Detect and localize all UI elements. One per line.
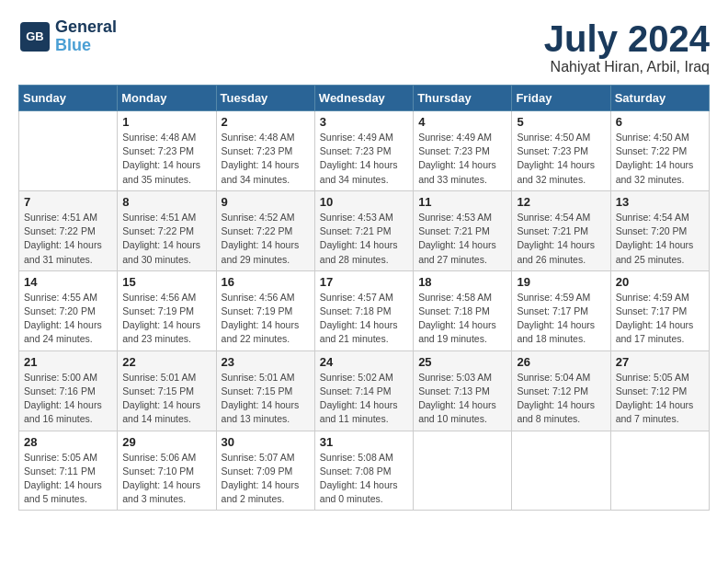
calendar-cell: 14Sunrise: 4:55 AMSunset: 7:20 PMDayligh… — [19, 270, 118, 350]
day-number: 8 — [122, 195, 210, 209]
day-number: 18 — [418, 275, 506, 289]
calendar-cell: 16Sunrise: 4:56 AMSunset: 7:19 PMDayligh… — [216, 270, 314, 350]
day-number: 10 — [320, 195, 408, 209]
day-info: Sunrise: 4:49 AMSunset: 7:23 PMDaylight:… — [418, 131, 506, 187]
day-number: 26 — [517, 355, 605, 369]
calendar-cell: 31Sunrise: 5:08 AMSunset: 7:08 PMDayligh… — [314, 431, 413, 511]
day-info: Sunrise: 4:48 AMSunset: 7:23 PMDaylight:… — [222, 131, 310, 187]
calendar-cell: 30Sunrise: 5:07 AMSunset: 7:09 PMDayligh… — [216, 431, 314, 511]
day-info: Sunrise: 4:56 AMSunset: 7:19 PMDaylight:… — [222, 291, 310, 347]
day-number: 30 — [222, 435, 310, 449]
logo-line2: Blue — [55, 37, 117, 55]
calendar-cell — [414, 431, 512, 511]
day-number: 25 — [418, 355, 506, 369]
day-number: 22 — [122, 355, 210, 369]
calendar-cell: 20Sunrise: 4:59 AMSunset: 7:17 PMDayligh… — [610, 270, 709, 350]
day-info: Sunrise: 4:51 AMSunset: 7:22 PMDaylight:… — [122, 211, 210, 267]
logo: GB General Blue — [18, 18, 117, 55]
day-number: 9 — [222, 195, 310, 209]
day-info: Sunrise: 4:48 AMSunset: 7:23 PMDaylight:… — [122, 131, 210, 187]
calendar-cell: 19Sunrise: 4:59 AMSunset: 7:17 PMDayligh… — [512, 270, 610, 350]
day-info: Sunrise: 4:53 AMSunset: 7:21 PMDaylight:… — [320, 211, 408, 267]
day-info: Sunrise: 4:54 AMSunset: 7:20 PMDaylight:… — [616, 211, 704, 267]
day-info: Sunrise: 4:49 AMSunset: 7:23 PMDaylight:… — [320, 131, 408, 187]
calendar-cell: 13Sunrise: 4:54 AMSunset: 7:20 PMDayligh… — [610, 190, 709, 270]
calendar-week-row: 1Sunrise: 4:48 AMSunset: 7:23 PMDaylight… — [19, 111, 710, 191]
day-info: Sunrise: 4:51 AMSunset: 7:22 PMDaylight:… — [24, 211, 112, 267]
location: Nahiyat Hiran, Arbil, Iraq — [544, 59, 710, 75]
calendar-week-row: 7Sunrise: 4:51 AMSunset: 7:22 PMDaylight… — [19, 190, 710, 270]
calendar-cell: 8Sunrise: 4:51 AMSunset: 7:22 PMDaylight… — [118, 190, 216, 270]
day-number: 24 — [320, 355, 408, 369]
calendar-cell: 23Sunrise: 5:01 AMSunset: 7:15 PMDayligh… — [216, 350, 314, 431]
calendar-cell: 28Sunrise: 5:05 AMSunset: 7:11 PMDayligh… — [19, 431, 118, 511]
calendar-cell: 22Sunrise: 5:01 AMSunset: 7:15 PMDayligh… — [118, 350, 216, 431]
day-info: Sunrise: 4:50 AMSunset: 7:22 PMDaylight:… — [616, 131, 704, 187]
day-info: Sunrise: 5:02 AMSunset: 7:14 PMDaylight:… — [320, 371, 408, 427]
calendar-week-row: 21Sunrise: 5:00 AMSunset: 7:16 PMDayligh… — [19, 350, 710, 431]
calendar-cell: 2Sunrise: 4:48 AMSunset: 7:23 PMDaylight… — [216, 111, 314, 191]
day-info: Sunrise: 5:08 AMSunset: 7:08 PMDaylight:… — [320, 451, 408, 507]
day-header-saturday: Saturday — [610, 86, 709, 111]
day-number: 7 — [24, 195, 112, 209]
day-info: Sunrise: 4:54 AMSunset: 7:21 PMDaylight:… — [517, 211, 605, 267]
day-number: 19 — [517, 275, 605, 289]
day-header-wednesday: Wednesday — [314, 86, 413, 111]
day-number: 29 — [122, 435, 210, 449]
calendar-cell: 12Sunrise: 4:54 AMSunset: 7:21 PMDayligh… — [512, 190, 610, 270]
calendar-cell: 9Sunrise: 4:52 AMSunset: 7:22 PMDaylight… — [216, 190, 314, 270]
calendar-table: SundayMondayTuesdayWednesdayThursdayFrid… — [18, 85, 710, 511]
calendar-cell: 15Sunrise: 4:56 AMSunset: 7:19 PMDayligh… — [118, 270, 216, 350]
calendar-week-row: 14Sunrise: 4:55 AMSunset: 7:20 PMDayligh… — [19, 270, 710, 350]
calendar-cell: 10Sunrise: 4:53 AMSunset: 7:21 PMDayligh… — [314, 190, 413, 270]
day-info: Sunrise: 5:06 AMSunset: 7:10 PMDaylight:… — [122, 451, 210, 507]
calendar-cell: 25Sunrise: 5:03 AMSunset: 7:13 PMDayligh… — [414, 350, 512, 431]
calendar-cell: 5Sunrise: 4:50 AMSunset: 7:23 PMDaylight… — [512, 111, 610, 191]
day-header-monday: Monday — [118, 86, 216, 111]
day-info: Sunrise: 4:56 AMSunset: 7:19 PMDaylight:… — [122, 291, 210, 347]
day-info: Sunrise: 5:01 AMSunset: 7:15 PMDaylight:… — [222, 371, 310, 427]
day-number: 14 — [24, 275, 112, 289]
day-info: Sunrise: 4:58 AMSunset: 7:18 PMDaylight:… — [418, 291, 506, 347]
calendar-cell: 27Sunrise: 5:05 AMSunset: 7:12 PMDayligh… — [610, 350, 709, 431]
calendar-cell — [610, 431, 709, 511]
title-block: July 2024 Nahiyat Hiran, Arbil, Iraq — [544, 18, 710, 75]
day-header-tuesday: Tuesday — [216, 86, 314, 111]
calendar-cell: 7Sunrise: 4:51 AMSunset: 7:22 PMDaylight… — [19, 190, 118, 270]
day-info: Sunrise: 4:55 AMSunset: 7:20 PMDaylight:… — [24, 291, 112, 347]
day-number: 27 — [616, 355, 704, 369]
calendar-cell: 11Sunrise: 4:53 AMSunset: 7:21 PMDayligh… — [414, 190, 512, 270]
day-number: 12 — [517, 195, 605, 209]
calendar-cell: 3Sunrise: 4:49 AMSunset: 7:23 PMDaylight… — [314, 111, 413, 191]
day-number: 13 — [616, 195, 704, 209]
day-header-sunday: Sunday — [19, 86, 118, 111]
day-number: 21 — [24, 355, 112, 369]
day-info: Sunrise: 5:05 AMSunset: 7:12 PMDaylight:… — [616, 371, 704, 427]
day-number: 4 — [418, 115, 506, 129]
page-header: GB General Blue July 2024 Nahiyat Hiran,… — [18, 18, 710, 75]
day-info: Sunrise: 4:50 AMSunset: 7:23 PMDaylight:… — [517, 131, 605, 187]
day-number: 15 — [122, 275, 210, 289]
day-number: 16 — [222, 275, 310, 289]
day-number: 31 — [320, 435, 408, 449]
day-info: Sunrise: 4:57 AMSunset: 7:18 PMDaylight:… — [320, 291, 408, 347]
calendar-cell: 17Sunrise: 4:57 AMSunset: 7:18 PMDayligh… — [314, 270, 413, 350]
day-number: 28 — [24, 435, 112, 449]
day-header-friday: Friday — [512, 86, 610, 111]
day-info: Sunrise: 4:53 AMSunset: 7:21 PMDaylight:… — [418, 211, 506, 267]
day-number: 6 — [616, 115, 704, 129]
day-number: 11 — [418, 195, 506, 209]
logo-line1: General — [55, 18, 117, 37]
calendar-cell: 18Sunrise: 4:58 AMSunset: 7:18 PMDayligh… — [414, 270, 512, 350]
day-info: Sunrise: 4:52 AMSunset: 7:22 PMDaylight:… — [222, 211, 310, 267]
day-info: Sunrise: 4:59 AMSunset: 7:17 PMDaylight:… — [517, 291, 605, 347]
calendar-cell: 26Sunrise: 5:04 AMSunset: 7:12 PMDayligh… — [512, 350, 610, 431]
day-info: Sunrise: 5:05 AMSunset: 7:11 PMDaylight:… — [24, 451, 112, 507]
calendar-cell: 4Sunrise: 4:49 AMSunset: 7:23 PMDaylight… — [414, 111, 512, 191]
day-number: 3 — [320, 115, 408, 129]
day-info: Sunrise: 5:03 AMSunset: 7:13 PMDaylight:… — [418, 371, 506, 427]
calendar-cell: 21Sunrise: 5:00 AMSunset: 7:16 PMDayligh… — [19, 350, 118, 431]
day-info: Sunrise: 5:07 AMSunset: 7:09 PMDaylight:… — [222, 451, 310, 507]
calendar-cell: 29Sunrise: 5:06 AMSunset: 7:10 PMDayligh… — [118, 431, 216, 511]
calendar-body: 1Sunrise: 4:48 AMSunset: 7:23 PMDaylight… — [19, 111, 710, 511]
